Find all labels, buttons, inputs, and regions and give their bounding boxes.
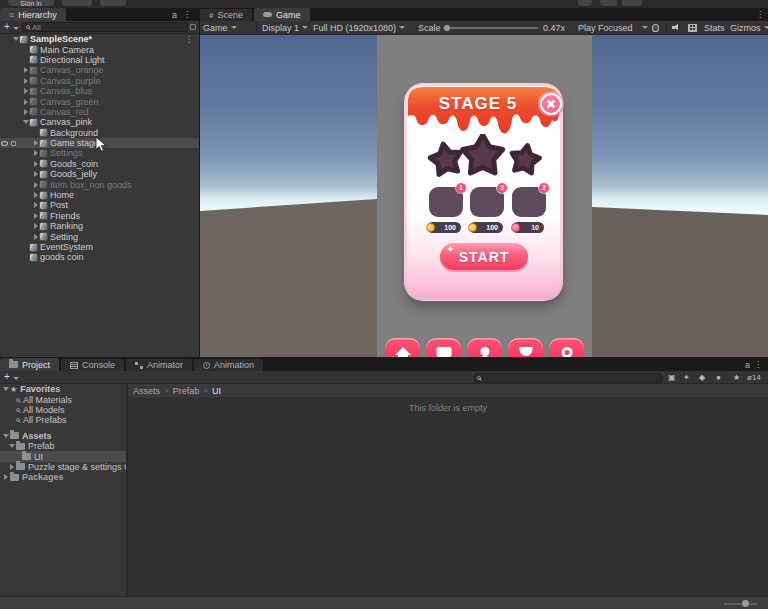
project-item-assets[interactable]: Assets [0, 431, 126, 441]
item-slot[interactable]: 3 [470, 187, 504, 217]
friends-nav-button[interactable] [467, 338, 502, 357]
expander-icon[interactable] [2, 387, 10, 391]
close-button[interactable]: × [540, 93, 562, 115]
tab-console[interactable]: Console [61, 359, 124, 371]
hierarchy-item-goods-jelly[interactable]: Goods_jelly [0, 169, 199, 179]
vsync-icon[interactable] [688, 21, 697, 34]
hidden-count-icon[interactable]: ø14 [747, 373, 761, 382]
breadcrumb-ui[interactable]: UI [212, 386, 221, 396]
expander-icon[interactable] [2, 474, 10, 480]
hierarchy-item-samplescene[interactable]: SampleScene*⋮ [0, 34, 199, 44]
post-nav-button[interactable] [426, 338, 461, 357]
expander-icon[interactable] [8, 444, 16, 448]
create-button[interactable]: + [4, 371, 10, 383]
scale-slider[interactable] [443, 27, 538, 29]
hierarchy-item-canvas-orange[interactable]: Canvas_orange [0, 65, 199, 75]
hierarchy-item-post[interactable]: Post [0, 200, 199, 210]
hierarchy-item-goods-coin[interactable]: Goods_coin [0, 159, 199, 169]
project-item-all-prefabs[interactable]: All Prefabs [0, 415, 126, 425]
sign-in-button[interactable]: Sign in [8, 0, 54, 6]
expander-icon[interactable] [32, 234, 40, 240]
expander-icon[interactable] [22, 78, 30, 84]
project-item-all-materials[interactable]: All Materials [0, 394, 126, 404]
tab-game[interactable]: Game [254, 8, 310, 21]
search-filter-icon[interactable] [190, 24, 196, 30]
expander-icon[interactable] [32, 140, 40, 146]
toolbar-button[interactable] [600, 0, 617, 6]
favorites-icon[interactable]: ★ [733, 373, 740, 382]
stats-button[interactable]: Stats [704, 21, 725, 34]
hierarchy-item-canvas-blue[interactable]: Canvas_blue [0, 86, 199, 96]
create-button[interactable]: + [4, 21, 10, 33]
play-mode-dropdown[interactable]: Play Focused [578, 21, 648, 34]
expander-icon[interactable] [22, 120, 30, 124]
expander-icon[interactable] [32, 171, 40, 177]
hierarchy-item-main-camera[interactable]: Main Camera [0, 44, 199, 54]
project-item-puzzle-stage-settings-gui[interactable]: Puzzle stage & settings GUI [0, 462, 126, 472]
tab-animator[interactable]: Animator [126, 359, 192, 371]
hierarchy-item-home[interactable]: Home [0, 190, 199, 200]
hierarchy-item-canvas-green[interactable]: Canvas_green [0, 96, 199, 106]
hierarchy-item-directional-light[interactable]: Directional Light [0, 55, 199, 65]
tab-hierarchy[interactable]: ≡ Hierarchy [0, 8, 66, 21]
setting-nav-button[interactable] [549, 338, 584, 357]
project-item-ui[interactable]: UI [0, 451, 126, 461]
hierarchy-item-item-box-non-goods[interactable]: Item box_non goods [0, 179, 199, 189]
tab-project[interactable]: Project [0, 358, 59, 371]
project-item-prefab[interactable]: Prefab [0, 441, 126, 451]
expander-icon[interactable] [32, 161, 40, 167]
create-dropdown-icon[interactable] [13, 377, 19, 380]
pickability-icon[interactable] [11, 141, 16, 146]
resolution-dropdown[interactable]: Full HD (1920x1080) [313, 21, 405, 34]
hierarchy-item-eventsystem[interactable]: EventSystem [0, 242, 199, 252]
expander-icon[interactable] [22, 67, 30, 73]
expander-icon[interactable] [2, 434, 10, 438]
expander-icon[interactable] [22, 88, 30, 94]
item-slot[interactable]: 2 [512, 187, 546, 217]
zoom-slider-knob[interactable] [742, 600, 749, 607]
expander-icon[interactable] [12, 37, 20, 41]
breadcrumb-prefab[interactable]: Prefab [173, 386, 200, 396]
project-item-all-models[interactable]: All Models [0, 405, 126, 415]
panel-menu-icon[interactable]: ⋮ [756, 10, 764, 19]
expander-icon[interactable] [22, 109, 30, 115]
display-dropdown[interactable]: Display 1 [262, 21, 308, 34]
sprite-icon[interactable]: ✦ [683, 373, 690, 382]
expander-icon[interactable] [32, 213, 40, 219]
expander-icon[interactable] [32, 202, 40, 208]
info-icon[interactable]: ● [716, 373, 721, 382]
preset-icon[interactable]: ▣ [668, 373, 676, 382]
expander-icon[interactable] [32, 182, 40, 188]
expander-icon[interactable] [32, 192, 40, 198]
project-search-input[interactable] [473, 373, 663, 383]
expander-icon[interactable] [22, 99, 30, 105]
project-item-packages[interactable]: Packages [0, 472, 126, 482]
home-nav-button[interactable] [385, 338, 420, 357]
ranking-nav-button[interactable] [508, 338, 543, 357]
game-mode-dropdown[interactable]: Game [203, 21, 237, 34]
tab-scene[interactable]: #Scene [200, 9, 252, 21]
hierarchy-item-friends[interactable]: Friends [0, 211, 199, 221]
zoom-slider[interactable] [724, 603, 757, 605]
expander-icon[interactable] [32, 150, 40, 156]
create-dropdown-icon[interactable] [13, 27, 19, 30]
expander-icon[interactable] [32, 223, 40, 229]
mute-audio-icon[interactable] [672, 21, 681, 34]
hierarchy-item-canvas-red[interactable]: Canvas_red [0, 107, 199, 117]
lock-icon[interactable]: a [745, 360, 750, 370]
toolbar-button[interactable] [622, 0, 642, 6]
hierarchy-item-canvas-purple[interactable]: Canvas_purple [0, 76, 199, 86]
toolbar-button[interactable] [578, 0, 592, 6]
toolbar-button[interactable] [100, 0, 126, 6]
scene-menu-icon[interactable]: ⋮ [185, 35, 193, 44]
item-slot[interactable]: 1 [429, 187, 463, 217]
hierarchy-item-goods-coin[interactable]: goods coin [0, 252, 199, 262]
expander-icon[interactable] [8, 464, 16, 470]
gizmos-dropdown[interactable]: Gizmos [730, 21, 768, 34]
hierarchy-item-canvas-pink[interactable]: Canvas_pink [0, 117, 199, 127]
project-item-favorites[interactable]: ★Favorites [0, 384, 126, 394]
toolbar-button[interactable] [62, 0, 92, 6]
lock-icon[interactable]: a [172, 10, 177, 20]
start-button[interactable]: ✦START [440, 243, 528, 270]
label-icon[interactable]: ◆ [699, 373, 705, 382]
